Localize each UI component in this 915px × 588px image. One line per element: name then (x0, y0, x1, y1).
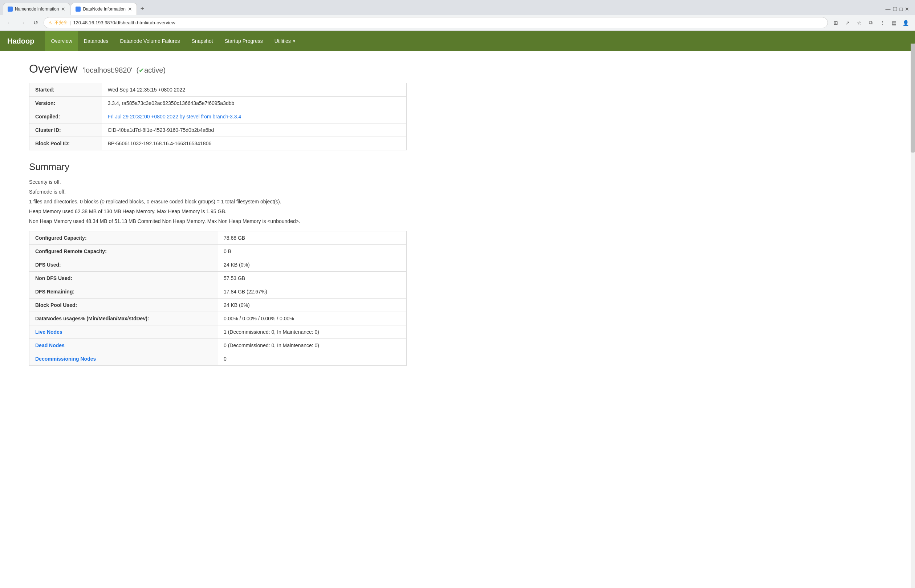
tab-bar: Namenode information ✕ DataNode Informat… (0, 0, 915, 15)
block-pool-used-value: 24 KB (0%) (218, 299, 407, 312)
toolbar-icons: ⊞ ↗ ☆ ⧉ ⋮ ▤ 👤 (831, 18, 911, 28)
main-content: Overview 'localhost:9820' (✔active) Star… (0, 51, 436, 376)
nav-snapshot[interactable]: Snapshot (186, 31, 219, 51)
dead-nodes-link[interactable]: Dead Nodes (35, 342, 65, 348)
browser-chrome: Namenode information ✕ DataNode Informat… (0, 0, 915, 31)
dfs-used-label: DFS Used: (29, 258, 218, 272)
table-row: Configured Remote Capacity: 0 B (29, 245, 407, 258)
security-status: Security is off. (29, 178, 407, 186)
dfs-remaining-value: 17.84 GB (22.67%) (218, 285, 407, 299)
nav-links: Overview Datanodes Datanode Volume Failu… (45, 31, 301, 51)
table-row: Version: 3.3.4, ra585a73c3e02ac62350c136… (29, 97, 407, 110)
utilities-dropdown-arrow: ▼ (292, 39, 296, 43)
address-text: 120.48.16.193:9870/dfshealth.html#tab-ov… (73, 20, 175, 26)
menu-icon[interactable]: ⋮ (877, 18, 888, 28)
address-bar: ← → ↺ ⚠ 不安全 | 120.48.16.193:9870/dfsheal… (0, 15, 915, 31)
sidebar-toggle-icon[interactable]: ▤ (889, 18, 899, 28)
maximize-button[interactable]: □ (900, 6, 903, 12)
info-table: Started: Wed Sep 14 22:35:15 +0800 2022 … (29, 83, 407, 150)
table-row: Non DFS Used: 57.53 GB (29, 272, 407, 285)
new-tab-button[interactable]: + (138, 4, 147, 14)
table-row: Cluster ID: CID-40ba1d7d-8f1e-4523-9160-… (29, 123, 407, 137)
table-row: DFS Remaining: 17.84 GB (22.67%) (29, 285, 407, 299)
datanode-tab-title: DataNode Information (83, 6, 125, 11)
live-nodes-label: Live Nodes (29, 325, 218, 339)
table-row: Live Nodes 1 (Decommissioned: 0, In Main… (29, 325, 407, 339)
summary-table: Configured Capacity: 78.68 GB Configured… (29, 231, 407, 366)
nav-datanodes[interactable]: Datanodes (78, 31, 115, 51)
namenode-favicon (8, 6, 13, 11)
table-row: Block Pool ID: BP-560611032-192.168.16.4… (29, 137, 407, 150)
configured-remote-capacity-label: Configured Remote Capacity: (29, 245, 218, 258)
datanodes-usages-label: DataNodes usages% (Min/Median/Max/stdDev… (29, 312, 218, 325)
security-warning-label: 不安全 (55, 19, 68, 26)
nav-overview[interactable]: Overview (45, 31, 78, 51)
heap-memory: Heap Memory used 62.38 MB of 130 MB Heap… (29, 208, 407, 215)
namenode-tab-close[interactable]: ✕ (61, 6, 65, 12)
configured-remote-capacity-value: 0 B (218, 245, 407, 258)
started-value: Wed Sep 14 22:35:15 +0800 2022 (102, 83, 407, 97)
namenode-tab-title: Namenode information (15, 6, 59, 11)
dead-nodes-value: 0 (Decommissioned: 0, In Maintenance: 0) (218, 339, 407, 352)
scroll-thumb[interactable] (911, 44, 915, 153)
filesystem-objects: 1 files and directories, 0 blocks (0 rep… (29, 198, 407, 205)
page-title: Overview 'localhost:9820' (✔active) (29, 62, 407, 76)
share-icon[interactable]: ↗ (842, 18, 852, 28)
started-label: Started: (29, 83, 102, 97)
translate-icon[interactable]: ⊞ (831, 18, 841, 28)
nav-startup-progress[interactable]: Startup Progress (219, 31, 269, 51)
block-pool-id-label: Block Pool ID: (29, 137, 102, 150)
cluster-id-value: CID-40ba1d7d-8f1e-4523-9160-75d0b2b4a6bd (102, 123, 407, 137)
bookmark-icon[interactable]: ☆ (854, 18, 864, 28)
compiled-link[interactable]: Fri Jul 29 20:32:00 +0800 2022 by stevel… (108, 114, 242, 120)
nav-datanode-volume-failures[interactable]: Datanode Volume Failures (115, 31, 186, 51)
table-row: Block Pool Used: 24 KB (0%) (29, 299, 407, 312)
reload-button[interactable]: ↺ (31, 18, 41, 28)
profile-icon[interactable]: 👤 (900, 18, 911, 28)
table-row: Decommissioning Nodes 0 (29, 352, 407, 366)
datanode-tab-close[interactable]: ✕ (128, 6, 132, 12)
address-input[interactable]: ⚠ 不安全 | 120.48.16.193:9870/dfshealth.htm… (44, 17, 828, 28)
overview-heading: Overview (29, 62, 77, 75)
dfs-remaining-label: DFS Remaining: (29, 285, 218, 299)
live-nodes-link[interactable]: Live Nodes (35, 329, 63, 335)
table-row: DFS Used: 24 KB (0%) (29, 258, 407, 272)
forward-button[interactable]: → (18, 18, 27, 28)
nav-utilities[interactable]: Utilities ▼ (269, 31, 302, 51)
safemode-status: Safemode is off. (29, 188, 407, 196)
cluster-id-label: Cluster ID: (29, 123, 102, 137)
non-dfs-used-value: 57.53 GB (218, 272, 407, 285)
configured-capacity-label: Configured Capacity: (29, 231, 218, 245)
compiled-value: Fri Jul 29 20:32:00 +0800 2022 by stevel… (102, 110, 407, 123)
table-row: Dead Nodes 0 (Decommissioned: 0, In Main… (29, 339, 407, 352)
tab-datanode[interactable]: DataNode Information ✕ (71, 3, 137, 15)
restore-button[interactable]: ❐ (893, 6, 897, 12)
compiled-label: Compiled: (29, 110, 102, 123)
navbar-brand[interactable]: Hadoop (7, 31, 41, 51)
host-info: 'localhost:9820' (✔active) (81, 66, 166, 74)
configured-capacity-value: 78.68 GB (218, 231, 407, 245)
block-pool-used-label: Block Pool Used: (29, 299, 218, 312)
security-warning-icon: ⚠ (48, 20, 52, 26)
datanodes-usages-value: 0.00% / 0.00% / 0.00% / 0.00% (218, 312, 407, 325)
host-value: 'localhost:9820' (83, 66, 132, 74)
close-button[interactable]: ✕ (905, 6, 909, 12)
back-button[interactable]: ← (4, 18, 15, 28)
minimize-button[interactable]: — (886, 6, 891, 12)
decommissioning-nodes-link[interactable]: Decommissioning Nodes (35, 356, 96, 362)
decommissioning-nodes-label: Decommissioning Nodes (29, 352, 218, 366)
table-row: Compiled: Fri Jul 29 20:32:00 +0800 2022… (29, 110, 407, 123)
dfs-used-value: 24 KB (0%) (218, 258, 407, 272)
address-separator: | (70, 20, 71, 26)
version-value: 3.3.4, ra585a73c3e02ac62350c136643a5e7f6… (102, 97, 407, 110)
extensions-icon[interactable]: ⧉ (866, 18, 876, 28)
version-label: Version: (29, 97, 102, 110)
datanode-favicon (76, 6, 81, 11)
dead-nodes-label: Dead Nodes (29, 339, 218, 352)
non-heap-memory: Non Heap Memory used 48.34 MB of 51.13 M… (29, 218, 407, 225)
block-pool-id-value: BP-560611032-192.168.16.4-1663165341806 (102, 137, 407, 150)
scroll-track[interactable] (911, 44, 915, 376)
active-check-icon: ✔ (139, 67, 144, 74)
table-row: Configured Capacity: 78.68 GB (29, 231, 407, 245)
tab-namenode[interactable]: Namenode information ✕ (3, 3, 70, 15)
